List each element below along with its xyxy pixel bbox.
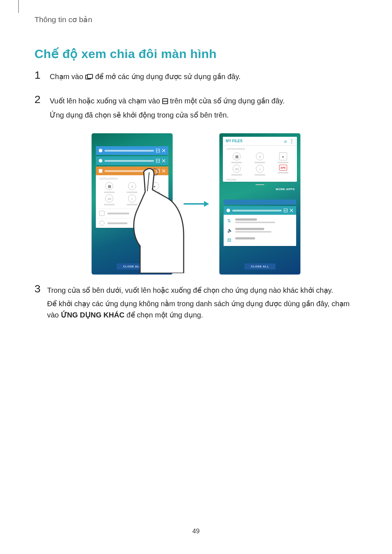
svg-rect-1 [87, 74, 93, 78]
storage-label [107, 213, 129, 214]
card-title [105, 150, 154, 152]
audio-icon: ♪ [256, 152, 264, 160]
step-number: 2 [34, 94, 43, 105]
close-all-button: CLOSE ALL [117, 263, 148, 270]
recent-card-internet [96, 146, 168, 155]
drive-icon [99, 221, 105, 226]
recent-card-browser [224, 200, 296, 205]
gear-icon [99, 159, 102, 163]
recent-card-settings [224, 206, 296, 215]
connections-icon: ⇅ [227, 218, 232, 223]
step-1-after: để mở các ứng dụng được sử dụng gần đây. [95, 73, 241, 81]
folder-icon [99, 169, 102, 173]
apk-icon: APK [279, 165, 287, 171]
more-icon: ⋮ [290, 139, 294, 144]
storage-row [96, 208, 168, 218]
audio-icon: ♪ [128, 182, 136, 190]
step-1: 1 Chạm vào để mở các ứng dụng được sử dụ… [34, 70, 358, 85]
side-rule [18, 0, 19, 13]
card-title [105, 160, 154, 162]
arrow-right-icon [183, 200, 209, 208]
apk-icon: APK [151, 194, 159, 200]
step-2-after: trên một cửa sổ ứng dụng gần đây. [170, 97, 285, 105]
drive-label [107, 222, 127, 224]
phone-right: MY FILES ⌕ ⋮ CATEGORIES ▦ ♪ ▸ ▭ ↓ APK [219, 133, 301, 275]
page-title: Chế độ xem chia đôi màn hình [34, 46, 358, 61]
step-number: 1 [34, 70, 43, 81]
tap-indicator-icon [151, 168, 159, 176]
splitview-icon [284, 209, 287, 212]
recent-card-settings [96, 156, 168, 165]
phone-label: PHONE [223, 178, 297, 182]
drive-row [96, 218, 168, 228]
settings-list: ⇅ 🔈 ▤ [224, 215, 296, 246]
globe-icon [99, 149, 102, 152]
section-header: Thông tin cơ bản [34, 0, 358, 24]
close-icon [162, 149, 166, 152]
close-icon [290, 209, 293, 212]
sound-icon: 🔈 [227, 228, 232, 233]
step-3-line1: Trong cửa sổ bên dưới, vuốt lên hoặc xuố… [47, 285, 358, 296]
phone-left: CATEGORIES ▦ ♪ ▸ ▭ ↓ APK [91, 133, 173, 275]
image-icon: ▦ [233, 152, 241, 160]
step-1-before: Chạm vào [50, 73, 85, 81]
card-title [232, 210, 282, 212]
step-3-bold: ỨNG DỤNG KHÁC [61, 311, 124, 319]
more-apps-label: MORE APPS [221, 186, 298, 192]
phone-storage-icon [99, 211, 105, 216]
close-all-button: CLOSE ALL [244, 263, 275, 270]
step-3-after-bold: để chọn một ứng dụng. [124, 311, 203, 319]
categories-label: CATEGORIES [223, 145, 297, 151]
category-grid: ▦ ♪ ▸ ▭ ↓ APK [223, 151, 297, 178]
step-2-line2: Ứng dụng đã chọn sẽ khởi động trong cửa … [50, 110, 285, 121]
step-3-line2: Để khởi chạy các ứng dụng không nằm tron… [47, 298, 358, 321]
step-2-before: Vuốt lên hoặc xuống và chạm vào [50, 97, 162, 105]
step-1-text: Chạm vào để mở các ứng dụng được sử dụng… [50, 71, 241, 83]
close-icon [162, 169, 166, 173]
categories-label: CATEGORIES [96, 175, 168, 181]
splitview-icon [162, 96, 168, 107]
recents-icon [85, 72, 93, 83]
myfiles-header: MY FILES ⌕ ⋮ [223, 137, 297, 145]
video-icon: ▸ [151, 182, 159, 190]
svg-point-16 [152, 169, 158, 175]
category-grid: ▦ ♪ ▸ ▭ ↓ APK [96, 181, 168, 208]
step-number: 3 [34, 283, 41, 294]
myfiles-title: MY FILES [226, 139, 242, 143]
gear-icon [226, 209, 230, 212]
step-3: 3 Trong cửa sổ bên dưới, vuốt lên hoặc x… [34, 283, 358, 323]
notifications-icon: ▤ [227, 237, 232, 242]
close-icon [162, 159, 166, 163]
document-icon: ▭ [233, 165, 241, 173]
page-number: 49 [0, 528, 392, 535]
svg-marker-18 [204, 201, 209, 207]
splitview-icon [156, 159, 160, 163]
download-icon: ↓ [128, 194, 136, 202]
image-icon: ▦ [105, 182, 113, 190]
card-title [105, 170, 154, 172]
illustration: CATEGORIES ▦ ♪ ▸ ▭ ↓ APK [34, 133, 358, 275]
splitview-icon [156, 149, 160, 152]
video-icon: ▸ [279, 152, 287, 160]
step-2-line1: Vuốt lên hoặc xuống và chạm vào trên một… [50, 95, 285, 107]
document-icon: ▭ [105, 194, 113, 202]
download-icon: ↓ [256, 165, 264, 173]
search-icon: ⌕ [284, 139, 287, 144]
split-handle [221, 183, 298, 186]
step-2: 2 Vuốt lên hoặc xuống và chạm vào trên m… [34, 94, 358, 123]
